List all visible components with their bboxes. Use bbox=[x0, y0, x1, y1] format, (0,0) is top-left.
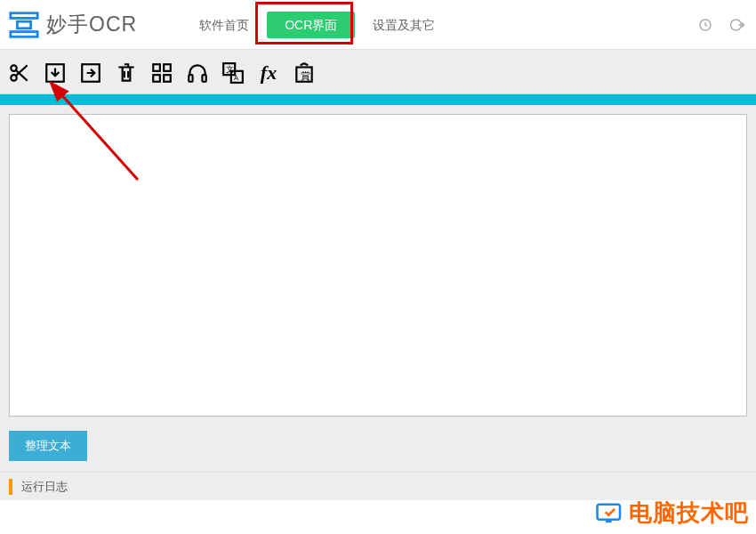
toolbar: 文A fx 賞 bbox=[0, 50, 756, 94]
tab-home[interactable]: 软件首页 bbox=[181, 12, 267, 38]
import-icon[interactable] bbox=[43, 61, 68, 85]
svg-text:文: 文 bbox=[226, 64, 234, 73]
log-section: 运行日志 bbox=[0, 472, 756, 500]
svg-rect-26 bbox=[598, 504, 621, 519]
header-bar: 妙手OCR 软件首页 OCR界面 设置及其它 bbox=[0, 0, 756, 50]
svg-rect-17 bbox=[189, 75, 192, 82]
app-title: 妙手OCR bbox=[46, 11, 137, 38]
log-accent-bar bbox=[9, 479, 12, 495]
qr-icon[interactable] bbox=[149, 61, 174, 85]
tab-ocr[interactable]: OCR界面 bbox=[267, 12, 355, 38]
exit-icon[interactable] bbox=[729, 17, 745, 33]
log-label: 运行日志 bbox=[21, 479, 68, 495]
action-row: 整理文本 bbox=[9, 420, 747, 468]
ocr-output-textarea[interactable] bbox=[9, 114, 747, 417]
watermark-logo-icon bbox=[595, 501, 625, 526]
main-content: 整理文本 bbox=[0, 105, 756, 472]
svg-rect-15 bbox=[153, 75, 160, 82]
delete-icon[interactable] bbox=[114, 61, 139, 85]
logo-area: 妙手OCR bbox=[0, 8, 146, 42]
nav-tabs: 软件首页 OCR界面 设置及其它 bbox=[181, 0, 453, 49]
svg-rect-16 bbox=[164, 75, 171, 82]
app-logo-icon bbox=[7, 8, 41, 42]
refresh-icon[interactable] bbox=[697, 17, 713, 33]
header-actions bbox=[697, 17, 756, 33]
watermark-text: 电脑技术吧 bbox=[629, 498, 749, 529]
tab-settings[interactable]: 设置及其它 bbox=[355, 12, 453, 38]
divider-cyan-bar bbox=[0, 94, 756, 105]
reward-icon[interactable]: 賞 bbox=[292, 61, 317, 85]
svg-rect-18 bbox=[202, 75, 205, 82]
organize-text-button[interactable]: 整理文本 bbox=[9, 431, 87, 461]
svg-rect-1 bbox=[11, 31, 37, 36]
svg-rect-14 bbox=[164, 64, 171, 71]
translate-icon[interactable]: 文A bbox=[221, 61, 245, 85]
headphones-icon[interactable] bbox=[185, 61, 210, 85]
svg-rect-2 bbox=[17, 21, 30, 28]
fx-icon[interactable]: fx bbox=[256, 61, 281, 85]
svg-rect-13 bbox=[153, 64, 160, 71]
export-icon[interactable] bbox=[78, 61, 103, 85]
scissors-icon[interactable] bbox=[7, 61, 32, 85]
svg-rect-27 bbox=[606, 519, 612, 522]
svg-rect-0 bbox=[11, 12, 37, 18]
svg-text:A: A bbox=[234, 73, 239, 81]
svg-text:賞: 賞 bbox=[301, 69, 310, 80]
watermark: 电脑技术吧 bbox=[595, 498, 749, 529]
